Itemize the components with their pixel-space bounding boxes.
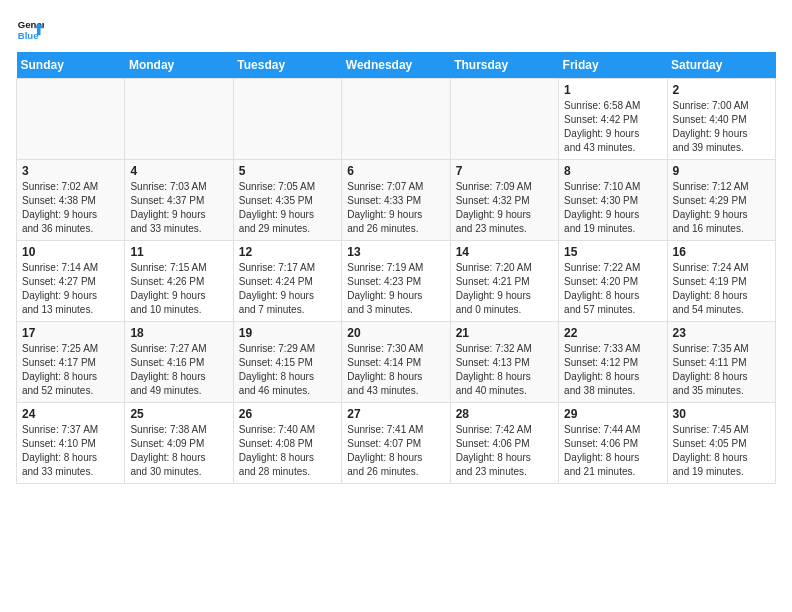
calendar-cell: 30Sunrise: 7:45 AM Sunset: 4:05 PM Dayli…	[667, 403, 775, 484]
calendar-cell: 23Sunrise: 7:35 AM Sunset: 4:11 PM Dayli…	[667, 322, 775, 403]
calendar-cell: 4Sunrise: 7:03 AM Sunset: 4:37 PM Daylig…	[125, 160, 233, 241]
calendar-cell: 7Sunrise: 7:09 AM Sunset: 4:32 PM Daylig…	[450, 160, 558, 241]
calendar-cell: 11Sunrise: 7:15 AM Sunset: 4:26 PM Dayli…	[125, 241, 233, 322]
calendar-cell: 5Sunrise: 7:05 AM Sunset: 4:35 PM Daylig…	[233, 160, 341, 241]
calendar-cell: 2Sunrise: 7:00 AM Sunset: 4:40 PM Daylig…	[667, 79, 775, 160]
logo: General Blue	[16, 16, 48, 44]
day-info: Sunrise: 7:32 AM Sunset: 4:13 PM Dayligh…	[456, 342, 553, 398]
day-info: Sunrise: 7:37 AM Sunset: 4:10 PM Dayligh…	[22, 423, 119, 479]
day-number: 21	[456, 326, 553, 340]
calendar-cell: 21Sunrise: 7:32 AM Sunset: 4:13 PM Dayli…	[450, 322, 558, 403]
day-info: Sunrise: 7:03 AM Sunset: 4:37 PM Dayligh…	[130, 180, 227, 236]
calendar-cell: 19Sunrise: 7:29 AM Sunset: 4:15 PM Dayli…	[233, 322, 341, 403]
header-friday: Friday	[559, 52, 667, 79]
day-number: 20	[347, 326, 444, 340]
day-number: 18	[130, 326, 227, 340]
day-number: 27	[347, 407, 444, 421]
calendar-cell	[17, 79, 125, 160]
calendar-week-row: 24Sunrise: 7:37 AM Sunset: 4:10 PM Dayli…	[17, 403, 776, 484]
day-info: Sunrise: 7:02 AM Sunset: 4:38 PM Dayligh…	[22, 180, 119, 236]
calendar-cell	[233, 79, 341, 160]
calendar-cell: 6Sunrise: 7:07 AM Sunset: 4:33 PM Daylig…	[342, 160, 450, 241]
calendar-header-row: SundayMondayTuesdayWednesdayThursdayFrid…	[17, 52, 776, 79]
day-info: Sunrise: 7:00 AM Sunset: 4:40 PM Dayligh…	[673, 99, 770, 155]
day-number: 8	[564, 164, 661, 178]
day-number: 30	[673, 407, 770, 421]
day-info: Sunrise: 7:14 AM Sunset: 4:27 PM Dayligh…	[22, 261, 119, 317]
calendar-week-row: 1Sunrise: 6:58 AM Sunset: 4:42 PM Daylig…	[17, 79, 776, 160]
calendar-cell: 25Sunrise: 7:38 AM Sunset: 4:09 PM Dayli…	[125, 403, 233, 484]
day-number: 4	[130, 164, 227, 178]
day-number: 17	[22, 326, 119, 340]
day-info: Sunrise: 7:25 AM Sunset: 4:17 PM Dayligh…	[22, 342, 119, 398]
calendar-cell: 15Sunrise: 7:22 AM Sunset: 4:20 PM Dayli…	[559, 241, 667, 322]
day-info: Sunrise: 7:29 AM Sunset: 4:15 PM Dayligh…	[239, 342, 336, 398]
calendar-cell: 13Sunrise: 7:19 AM Sunset: 4:23 PM Dayli…	[342, 241, 450, 322]
calendar-cell: 28Sunrise: 7:42 AM Sunset: 4:06 PM Dayli…	[450, 403, 558, 484]
day-number: 26	[239, 407, 336, 421]
day-info: Sunrise: 7:45 AM Sunset: 4:05 PM Dayligh…	[673, 423, 770, 479]
calendar-cell: 26Sunrise: 7:40 AM Sunset: 4:08 PM Dayli…	[233, 403, 341, 484]
day-info: Sunrise: 7:17 AM Sunset: 4:24 PM Dayligh…	[239, 261, 336, 317]
day-number: 3	[22, 164, 119, 178]
day-number: 10	[22, 245, 119, 259]
day-number: 19	[239, 326, 336, 340]
calendar-cell: 18Sunrise: 7:27 AM Sunset: 4:16 PM Dayli…	[125, 322, 233, 403]
calendar-cell: 22Sunrise: 7:33 AM Sunset: 4:12 PM Dayli…	[559, 322, 667, 403]
day-info: Sunrise: 7:40 AM Sunset: 4:08 PM Dayligh…	[239, 423, 336, 479]
day-info: Sunrise: 7:20 AM Sunset: 4:21 PM Dayligh…	[456, 261, 553, 317]
day-info: Sunrise: 7:33 AM Sunset: 4:12 PM Dayligh…	[564, 342, 661, 398]
calendar-week-row: 10Sunrise: 7:14 AM Sunset: 4:27 PM Dayli…	[17, 241, 776, 322]
day-number: 9	[673, 164, 770, 178]
day-info: Sunrise: 7:19 AM Sunset: 4:23 PM Dayligh…	[347, 261, 444, 317]
day-info: Sunrise: 7:42 AM Sunset: 4:06 PM Dayligh…	[456, 423, 553, 479]
day-info: Sunrise: 7:24 AM Sunset: 4:19 PM Dayligh…	[673, 261, 770, 317]
day-info: Sunrise: 7:41 AM Sunset: 4:07 PM Dayligh…	[347, 423, 444, 479]
day-number: 24	[22, 407, 119, 421]
day-number: 22	[564, 326, 661, 340]
header-saturday: Saturday	[667, 52, 775, 79]
day-number: 5	[239, 164, 336, 178]
calendar-cell: 14Sunrise: 7:20 AM Sunset: 4:21 PM Dayli…	[450, 241, 558, 322]
calendar-cell: 1Sunrise: 6:58 AM Sunset: 4:42 PM Daylig…	[559, 79, 667, 160]
day-info: Sunrise: 7:10 AM Sunset: 4:30 PM Dayligh…	[564, 180, 661, 236]
day-info: Sunrise: 7:44 AM Sunset: 4:06 PM Dayligh…	[564, 423, 661, 479]
day-number: 25	[130, 407, 227, 421]
calendar-table: SundayMondayTuesdayWednesdayThursdayFrid…	[16, 52, 776, 484]
day-number: 23	[673, 326, 770, 340]
calendar-cell: 17Sunrise: 7:25 AM Sunset: 4:17 PM Dayli…	[17, 322, 125, 403]
day-info: Sunrise: 7:12 AM Sunset: 4:29 PM Dayligh…	[673, 180, 770, 236]
header-sunday: Sunday	[17, 52, 125, 79]
day-info: Sunrise: 6:58 AM Sunset: 4:42 PM Dayligh…	[564, 99, 661, 155]
day-number: 14	[456, 245, 553, 259]
day-number: 7	[456, 164, 553, 178]
day-info: Sunrise: 7:15 AM Sunset: 4:26 PM Dayligh…	[130, 261, 227, 317]
day-info: Sunrise: 7:09 AM Sunset: 4:32 PM Dayligh…	[456, 180, 553, 236]
day-info: Sunrise: 7:38 AM Sunset: 4:09 PM Dayligh…	[130, 423, 227, 479]
day-number: 29	[564, 407, 661, 421]
day-number: 12	[239, 245, 336, 259]
day-info: Sunrise: 7:07 AM Sunset: 4:33 PM Dayligh…	[347, 180, 444, 236]
day-number: 28	[456, 407, 553, 421]
calendar-cell	[125, 79, 233, 160]
header-wednesday: Wednesday	[342, 52, 450, 79]
calendar-cell: 9Sunrise: 7:12 AM Sunset: 4:29 PM Daylig…	[667, 160, 775, 241]
day-info: Sunrise: 7:27 AM Sunset: 4:16 PM Dayligh…	[130, 342, 227, 398]
day-info: Sunrise: 7:30 AM Sunset: 4:14 PM Dayligh…	[347, 342, 444, 398]
day-info: Sunrise: 7:05 AM Sunset: 4:35 PM Dayligh…	[239, 180, 336, 236]
calendar-week-row: 17Sunrise: 7:25 AM Sunset: 4:17 PM Dayli…	[17, 322, 776, 403]
svg-text:Blue: Blue	[18, 30, 39, 41]
header-thursday: Thursday	[450, 52, 558, 79]
calendar-cell: 24Sunrise: 7:37 AM Sunset: 4:10 PM Dayli…	[17, 403, 125, 484]
header-tuesday: Tuesday	[233, 52, 341, 79]
day-info: Sunrise: 7:35 AM Sunset: 4:11 PM Dayligh…	[673, 342, 770, 398]
day-number: 6	[347, 164, 444, 178]
calendar-cell: 10Sunrise: 7:14 AM Sunset: 4:27 PM Dayli…	[17, 241, 125, 322]
day-number: 2	[673, 83, 770, 97]
calendar-cell: 27Sunrise: 7:41 AM Sunset: 4:07 PM Dayli…	[342, 403, 450, 484]
day-info: Sunrise: 7:22 AM Sunset: 4:20 PM Dayligh…	[564, 261, 661, 317]
calendar-week-row: 3Sunrise: 7:02 AM Sunset: 4:38 PM Daylig…	[17, 160, 776, 241]
calendar-cell: 29Sunrise: 7:44 AM Sunset: 4:06 PM Dayli…	[559, 403, 667, 484]
day-number: 11	[130, 245, 227, 259]
logo-icon: General Blue	[16, 16, 44, 44]
